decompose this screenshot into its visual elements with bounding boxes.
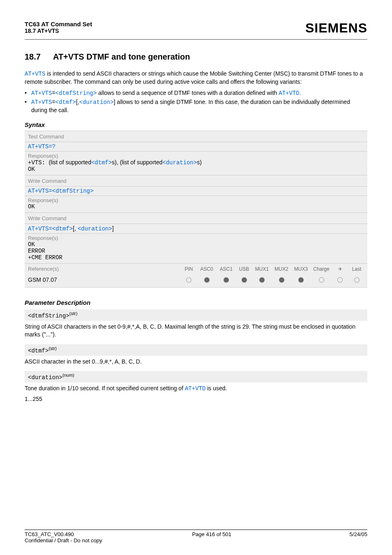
text: = <box>52 99 55 105</box>
reference-label: Reference(s) <box>28 266 182 272</box>
text: = <box>52 90 55 96</box>
ok-text: OK <box>28 166 364 173</box>
cmd-link[interactable]: AT+VTS <box>31 90 52 97</box>
footer-right: 5/24/05 <box>350 531 367 537</box>
text: +VTS: <box>28 159 45 166</box>
text: Tone duration in 1/10 second. If not spe… <box>25 385 185 391</box>
col-asc0: ASC0 <box>198 266 215 272</box>
cmd-link[interactable]: <dtmf> <box>55 99 76 106</box>
circle-empty-icon <box>186 277 191 283</box>
write-command-code-1: AT+VTS=<dtmfString> <box>25 187 367 196</box>
footer-row: TC63_ATC_V00.490 Page 416 of 501 5/24/05 <box>25 531 367 537</box>
bullet-list: AT+VTS=<dtmfString> allows to send a seq… <box>25 89 367 114</box>
param-name-box: <dtmfString>(str) <box>25 309 367 321</box>
text: . <box>300 90 301 96</box>
code-text: AT+VTS= <box>28 188 52 194</box>
state-mux2 <box>273 277 290 283</box>
param-name-box: <dtmf>(str) <box>25 344 367 356</box>
param-type: (str) <box>69 311 78 316</box>
col-mux3: MUX3 <box>293 266 310 272</box>
text: allows to send a sequence of DTMF tones … <box>97 90 279 96</box>
intro-text-body: is intended to send ASCII characters or … <box>25 70 363 85</box>
text: s), (list of supported <box>112 159 162 166</box>
footer-divider <box>25 530 367 530</box>
test-response-block: Response(s) +VTS: (list of supported<dtm… <box>25 152 367 175</box>
reference-columns: PIN ASC0 ASC1 USB MUX1 MUX2 MUX3 Charge … <box>182 266 364 272</box>
reference-value-row: GSM 07.07 <box>25 274 367 288</box>
param-desc-text: ASCII character in the set 0...9,#,*, A,… <box>25 356 367 368</box>
write-command-label: Write Command <box>28 215 67 221</box>
col-asc1: ASC1 <box>218 266 235 272</box>
syntax-heading: Syntax <box>25 121 367 128</box>
col-airplane: ✈ <box>333 266 347 272</box>
cmd-link[interactable]: <duration> <box>162 159 197 166</box>
cmd-link[interactable]: <dtmfString> <box>55 90 97 97</box>
reference-value: GSM 07.07 <box>28 276 182 283</box>
brand-logo: SIEMENS <box>305 21 367 36</box>
state-mux3 <box>293 277 310 283</box>
parameter-description-section: Parameter Description <dtmfString>(str) … <box>25 299 367 405</box>
intro-paragraph: AT+VTS is intended to send ASCII charact… <box>25 70 367 86</box>
circle-filled-icon <box>204 277 210 283</box>
error-text: ERROR <box>28 248 364 254</box>
circle-empty-icon <box>319 277 324 283</box>
footer-sub: Confidential / Draft - Do not copy <box>25 537 367 543</box>
text: s) <box>197 159 202 166</box>
doc-subtitle: 18.7 AT+VTS <box>25 28 92 34</box>
cmd-link[interactable]: AT+VTS <box>31 99 52 106</box>
bullet-item: AT+VTS=<dtmf>[,<duration>] allows to sen… <box>25 98 367 114</box>
cmd-link[interactable]: <duration> <box>79 99 114 106</box>
circle-empty-icon <box>337 277 343 283</box>
header-divider <box>25 39 367 40</box>
col-last: Last <box>349 266 364 272</box>
circle-filled-icon <box>259 277 265 283</box>
text: ] <box>112 225 114 232</box>
cmd-link[interactable]: <dtmf> <box>52 226 73 232</box>
state-airplane <box>333 277 347 283</box>
param-name: <dtmfString> <box>28 313 69 319</box>
write1-response-block: Response(s) OK <box>25 196 367 212</box>
test-command-label: Test Command <box>28 134 64 140</box>
param-heading: Parameter Description <box>25 299 367 306</box>
state-asc1 <box>218 277 235 283</box>
responses-label: Response(s) <box>28 197 364 203</box>
doc-title: TC63 AT Command Set <box>25 21 92 28</box>
section-heading: 18.7AT+VTS DTMF and tone generation <box>25 52 367 62</box>
circle-filled-icon <box>224 277 229 283</box>
cmd-link[interactable]: AT+VTD <box>185 385 205 392</box>
state-pin <box>182 277 196 283</box>
response-line: +VTS: (list of supported<dtmf>s), (list … <box>28 159 364 166</box>
cmd-link[interactable]: AT+VTS <box>25 71 45 77</box>
col-mux2: MUX2 <box>273 266 290 272</box>
responses-label: Response(s) <box>28 235 364 241</box>
param-type: (num) <box>62 373 74 378</box>
state-mux1 <box>254 277 271 283</box>
cmd-link[interactable]: AT+VTD <box>279 90 299 97</box>
text: is used. <box>205 385 227 391</box>
param-desc-text: Tone duration in 1/10 second. If not spe… <box>25 382 367 395</box>
col-usb: USB <box>237 266 251 272</box>
cme-error-text: +CME ERROR <box>28 254 364 261</box>
state-usb <box>237 277 251 283</box>
test-command-code: AT+VTS=? <box>25 142 367 151</box>
write-command-label-row-2: Write Command <box>25 212 367 224</box>
state-last <box>349 277 364 283</box>
footer-center: Page 416 of 501 <box>192 531 231 537</box>
reference-header-row: Reference(s) PIN ASC0 ASC1 USB MUX1 MUX2… <box>25 263 367 274</box>
cmd-link[interactable]: <dtmfString> <box>52 188 94 194</box>
reference-states <box>182 277 364 283</box>
param-name-box: <duration>(num) <box>25 371 367 382</box>
ok-text: OK <box>28 241 364 248</box>
col-pin: PIN <box>182 266 196 272</box>
text: [, <box>73 225 78 232</box>
col-mux1: MUX1 <box>254 266 271 272</box>
write-command-label-row: Write Command <box>25 175 367 187</box>
cmd-link[interactable]: <dtmf> <box>91 159 112 166</box>
cmd-link[interactable]: <duration> <box>78 226 112 232</box>
write-command-code-2: AT+VTS=<dtmf>[, <duration>] <box>25 224 367 233</box>
param-range: 1...255 <box>25 395 367 405</box>
param-type: (str) <box>48 346 57 351</box>
circle-filled-icon <box>298 277 304 283</box>
page-footer: TC63_ATC_V00.490 Page 416 of 501 5/24/05… <box>25 530 367 543</box>
ok-text: OK <box>28 203 364 210</box>
